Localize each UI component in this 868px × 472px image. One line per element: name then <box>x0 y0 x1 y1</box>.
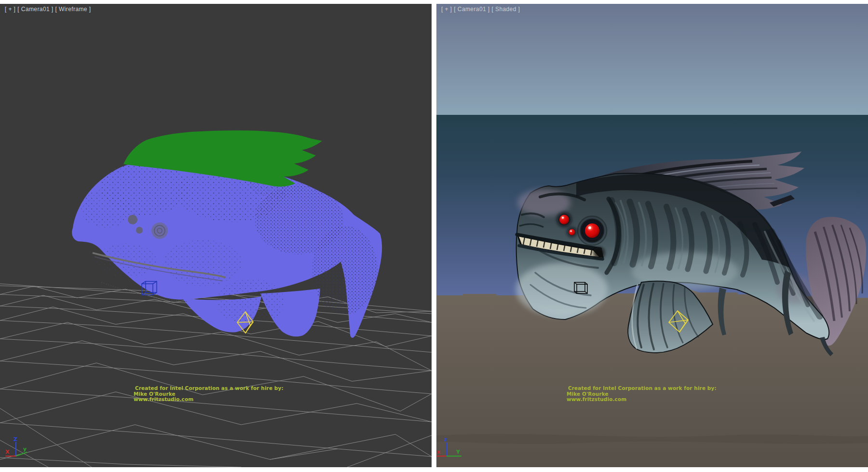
axis-y-label: Y <box>456 449 461 455</box>
viewport-menu-general[interactable]: [ + ] <box>5 6 15 13</box>
credit-line: www.fritzstudio.com <box>134 397 284 403</box>
watermark-credit-text: Created for Intel Corporation as a work … <box>134 386 284 403</box>
viewport-shaded[interactable]: z x Y [ + ][ Camera01 ][ Shaded ] Create… <box>436 4 868 467</box>
viewport-label: [ + ][ Camera01 ][ Shaded ] <box>441 6 520 13</box>
viewport-menu-shading[interactable]: [ Wireframe ] <box>55 6 91 13</box>
axis-x-label: x <box>437 449 440 455</box>
credit-line: Created for Intel Corporation as a work … <box>134 386 284 391</box>
eye-large <box>585 223 599 238</box>
eye-small <box>569 229 575 236</box>
axis-z-label: z <box>444 436 447 443</box>
axis-y-label: y <box>23 446 27 452</box>
viewport-label: [ + ][ Camera01 ][ Wireframe ] <box>5 6 91 13</box>
eye-medium <box>559 215 569 224</box>
viewport-menu-general[interactable]: [ + ] <box>441 6 452 13</box>
watermark-credit-text: Created for Intel Corporation as a work … <box>567 386 717 403</box>
credit-line: Created for Intel Corporation as a work … <box>567 386 717 391</box>
viewport-wireframe[interactable]: Z X y [ + ][ Camera01 ][ Wireframe ] Cre… <box>0 4 432 467</box>
credit-line: www.fritzstudio.com <box>567 397 717 403</box>
viewport-menu-camera[interactable]: [ Camera01 ] <box>454 6 489 13</box>
viewport-menu-shading[interactable]: [ Shaded ] <box>492 6 520 13</box>
belly-highlight <box>516 263 608 316</box>
axis-x-label: X <box>5 449 10 455</box>
axis-z-label: Z <box>14 436 17 443</box>
viewport-menu-camera[interactable]: [ Camera01 ] <box>17 6 53 13</box>
sky <box>436 4 868 115</box>
